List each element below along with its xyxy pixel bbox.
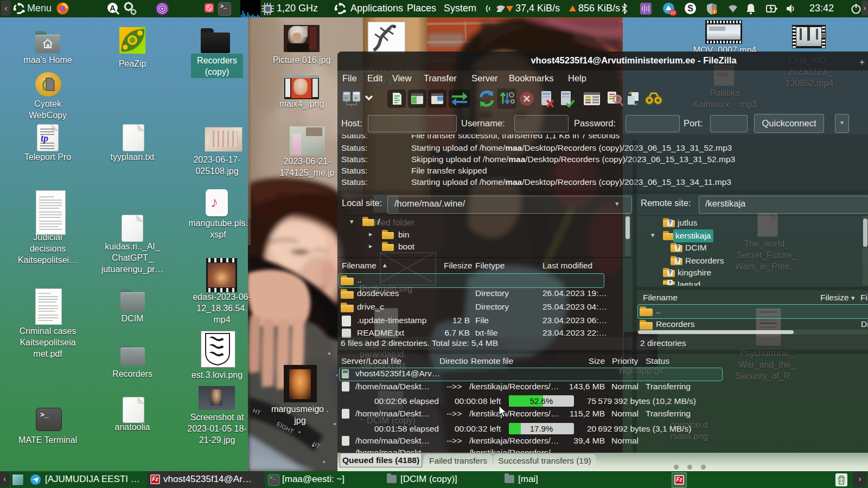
svg-text:!: ! — [713, 9, 715, 15]
svg-text:A: A — [110, 3, 116, 12]
svg-text:tp: tp — [41, 133, 48, 144]
